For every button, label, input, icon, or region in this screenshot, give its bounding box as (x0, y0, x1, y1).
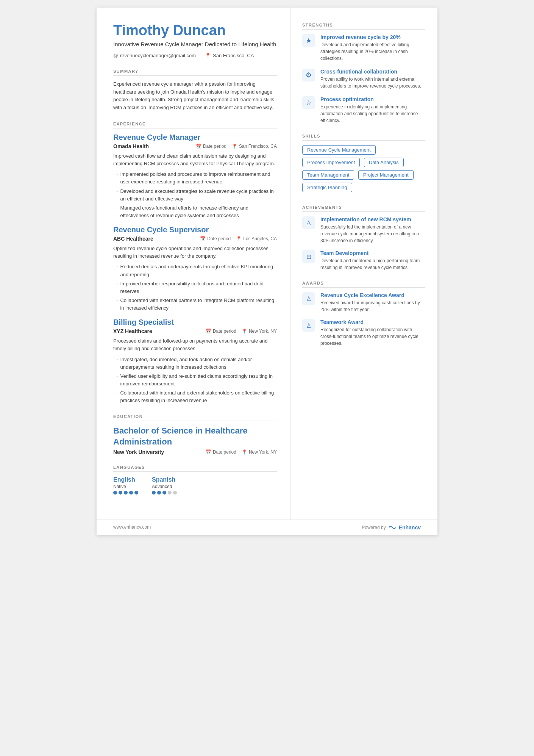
list-item: Reduced denials and underpayments throug… (116, 263, 277, 278)
strengths-section: STRENGTHS ★ Improved revenue cycle by 20… (302, 23, 425, 124)
job-1-meta: Omada Health 📅 Date period 📍 San Francis… (113, 143, 277, 149)
job-2-company: ABC Healthcare (113, 236, 153, 242)
languages-label: LANGUAGES (113, 465, 277, 472)
award-2-icon-box: ♙ (302, 319, 315, 332)
skill-tag: Project Management (358, 170, 414, 180)
achievement-2-desc: Developed and mentored a high-performing… (320, 257, 425, 271)
award-1: ♙ Revenue Cycle Excellence Award Receive… (302, 292, 425, 313)
job-2-bullets: Reduced denials and underpayments throug… (113, 263, 277, 312)
achievement-2-content: Team Development Developed and mentored … (320, 250, 425, 271)
edu-meta-right: 📅 Date period 📍 New York, NY (172, 449, 277, 455)
job-2-meta-right: 📅 Date period 📍 Los Angeles, CA (161, 236, 277, 241)
skill-tag: Strategic Planning (302, 183, 352, 192)
summary-label: SUMMARY (113, 69, 277, 76)
dot (129, 491, 133, 495)
job-3-meta-right: 📅 Date period 📍 New York, NY (160, 329, 277, 334)
award-1-desc: Received award for improving cash collec… (320, 299, 425, 313)
languages-section: LANGUAGES English Native (113, 465, 277, 495)
achievement-1-content: Implementation of new RCM system Success… (320, 216, 425, 244)
achievements-section: ACHIEVEMENTS ♙ Implementation of new RCM… (302, 205, 425, 271)
contact-row: revenuecyclemanager@gmail.com 📍 San Fran… (113, 53, 277, 58)
skill-tag: Team Management (302, 170, 354, 180)
achievement-1-desc: Successfully led the implementation of a… (320, 224, 425, 244)
person-icon: ♙ (306, 219, 311, 227)
dot (173, 491, 177, 495)
email-contact: revenuecyclemanager@gmail.com (113, 53, 196, 58)
powered-by-text: Powered by (362, 525, 386, 530)
dot (134, 491, 138, 495)
job-1-date: 📅 Date period (196, 144, 226, 149)
resume-body: Timothy Duncan Innovative Revenue Cycle … (97, 8, 437, 520)
job-3-location: 📍 New York, NY (242, 329, 277, 334)
list-item: Collaborated with internal and external … (116, 389, 277, 404)
job-1-company: Omada Health (113, 143, 149, 149)
strength-3: ☆ Process optimization Experience in ide… (302, 96, 425, 124)
edu-meta: New York University 📅 Date period 📍 New … (113, 449, 277, 455)
job-2-meta: ABC Healthcare 📅 Date period 📍 Los Angel… (113, 236, 277, 242)
dot (124, 491, 128, 495)
page-footer: www.enhancv.com Powered by Enhancv (97, 520, 437, 535)
job-2-desc: Optimized revenue cycle operations and i… (113, 245, 277, 260)
strength-3-content: Process optimization Experience in ident… (320, 96, 425, 124)
achievements-label: ACHIEVEMENTS (302, 205, 425, 212)
dot (157, 491, 161, 495)
list-item: Improved member responsibility collectio… (116, 280, 277, 295)
award-1-content: Revenue Cycle Excellence Award Received … (320, 292, 425, 313)
skill-tag: Process Improvement (302, 158, 360, 167)
skills-tags: Revenue Cycle Management Process Improve… (302, 145, 425, 195)
awards-label: AWARDS (302, 281, 425, 288)
enhancv-logo-icon (388, 524, 397, 531)
strength-2-icon-box: ⚙ (302, 69, 315, 81)
footer-brand: Powered by Enhancv (362, 524, 421, 531)
award-2-content: Teamwork Award Recognized for outstandin… (320, 319, 425, 347)
dot (152, 491, 156, 495)
edu-date: 📅 Date period (206, 449, 236, 455)
lang-spanish-dots (152, 491, 177, 495)
award-2: ♙ Teamwork Award Recognized for outstand… (302, 319, 425, 347)
skill-tag: Data Analysis (364, 158, 404, 167)
strengths-label: STRENGTHS (302, 23, 425, 30)
achievement-2: ⊟ Team Development Developed and mentore… (302, 250, 425, 271)
strength-2: ⚙ Cross-functional collaboration Proven … (302, 69, 425, 89)
dot (113, 491, 117, 495)
skills-label: SKILLS (302, 134, 425, 141)
job-1-meta-right: 📅 Date period 📍 San Francisco, CA (156, 144, 277, 149)
gear-icon: ⚙ (306, 71, 312, 79)
strength-1-desc: Developed and implemented effective bill… (320, 41, 425, 62)
calendar-icon: 📅 (206, 449, 211, 455)
lang-spanish-level: Advanced (152, 484, 177, 489)
list-item: Investigated, documented, and took actio… (116, 356, 277, 371)
resume-wrapper: Timothy Duncan Innovative Revenue Cycle … (97, 8, 437, 535)
job-2-date: 📅 Date period (200, 236, 231, 241)
strength-3-icon-box: ☆ (302, 96, 315, 109)
job-3-date: 📅 Date period (206, 329, 236, 334)
pin-icon: 📍 (242, 449, 247, 455)
award-1-title: Revenue Cycle Excellence Award (320, 292, 425, 298)
award-icon: ♙ (306, 322, 311, 329)
strength-1-content: Improved revenue cycle by 20% Developed … (320, 34, 425, 62)
email-icon (113, 53, 118, 58)
location-icon: 📍 (205, 53, 211, 58)
achievement-1: ♙ Implementation of new RCM system Succe… (302, 216, 425, 244)
brand-name: Enhancv (399, 524, 421, 531)
star-outline-icon: ☆ (306, 99, 312, 107)
education-label: EDUCATION (113, 414, 277, 421)
skill-tag: Revenue Cycle Management (302, 145, 376, 155)
language-english: English Native (113, 476, 138, 495)
calendar-icon: 📅 (206, 329, 211, 334)
job-1-title: Revenue Cycle Manager (113, 133, 277, 142)
list-item: Developed and executed strategies to sca… (116, 188, 277, 203)
job-3-company: XYZ Healthcare (113, 328, 152, 334)
job-1: Revenue Cycle Manager Omada Health 📅 Dat… (113, 133, 277, 219)
trophy-icon: ♙ (306, 295, 311, 302)
lang-spanish-name: Spanish (152, 476, 177, 483)
location-text: San Francisco, CA (213, 53, 254, 58)
job-3-meta: XYZ Healthcare 📅 Date period 📍 New York,… (113, 328, 277, 334)
awards-section: AWARDS ♙ Revenue Cycle Excellence Award … (302, 281, 425, 347)
award-2-title: Teamwork Award (320, 319, 425, 325)
lang-english-dots (113, 491, 138, 495)
achievement-2-title: Team Development (320, 250, 425, 256)
award-1-icon-box: ♙ (302, 292, 315, 305)
skills-section: SKILLS Revenue Cycle Management Process … (302, 134, 425, 195)
summary-text: Experienced revenue cycle manager with a… (113, 80, 277, 112)
